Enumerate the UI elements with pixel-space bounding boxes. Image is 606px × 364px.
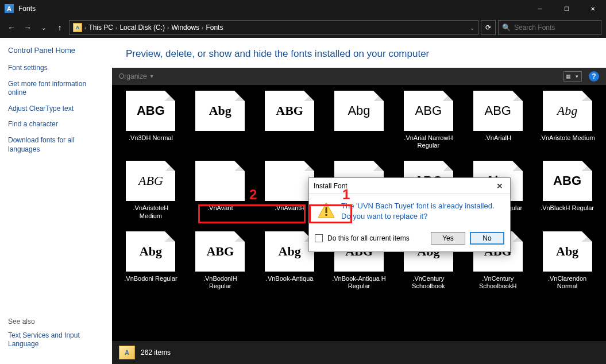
font-item[interactable]: ABG.VnArial NarrowH Regular <box>396 91 460 149</box>
titlebar: A Fonts ─ ☐ ✕ <box>0 0 606 17</box>
recent-button[interactable]: ⌄ <box>37 21 51 34</box>
folder-icon: A <box>73 23 82 32</box>
font-label: .VnAvantH <box>275 204 304 212</box>
search-input[interactable] <box>514 24 597 32</box>
font-thumbnail: ABG <box>126 161 175 201</box>
window-title: Fonts <box>18 5 36 13</box>
view-toggle[interactable]: ▦▾ <box>563 71 582 82</box>
font-thumbnail: Abg <box>195 91 245 131</box>
breadcrumb-item[interactable]: Fonts <box>206 24 223 32</box>
font-item[interactable]: ABG.VnBodoniH Regular <box>188 231 252 290</box>
font-label: .VnBlackH Regular <box>541 204 594 212</box>
chevron-right-icon: › <box>202 25 203 31</box>
organize-menu[interactable]: Organize <box>119 72 147 80</box>
font-item[interactable]: ABG <box>258 91 322 149</box>
chevron-down-icon: ▼ <box>149 73 155 79</box>
sidebar: Control Panel Home Font settings Get mor… <box>0 38 112 364</box>
app-icon: A <box>5 4 14 13</box>
font-label: .VnCentury Schoolbook <box>400 275 457 290</box>
breadcrumb-item[interactable]: Windows <box>171 24 199 32</box>
back-button[interactable]: ← <box>5 21 18 34</box>
font-thumbnail: ABG <box>126 91 175 131</box>
font-item[interactable]: Abg <box>327 91 391 149</box>
main-panel: Preview, delete, or show and hide the fo… <box>112 38 606 364</box>
toolbar: Organize ▼ ▦▾ ? <box>112 68 606 85</box>
statusbar: A 262 items <box>112 341 606 364</box>
chevron-right-icon: › <box>167 25 169 31</box>
font-label: .VnArialH <box>484 134 511 142</box>
font-item[interactable]: .VnAvant <box>188 161 252 219</box>
annotation-label-2: 2 <box>249 187 257 203</box>
sidebar-link[interactable]: Get more font information online <box>8 80 104 98</box>
font-thumbnail: ABG <box>195 231 245 272</box>
font-item[interactable]: ABG.VnAristoteH Medium <box>119 161 183 219</box>
chevron-right-icon: › <box>84 25 86 31</box>
font-thumbnail: ABG <box>265 91 314 131</box>
font-label: .VnBook-Antiqua <box>266 275 314 282</box>
font-thumbnail: ABG <box>473 91 523 131</box>
sidebar-seealso-link[interactable]: Text Services and Input Language <box>8 331 104 349</box>
font-item[interactable]: Abg.VnClarendon Normal <box>535 231 599 290</box>
font-label: .VnAristoteH Medium <box>122 204 179 219</box>
font-thumbnail: Abg <box>126 231 175 272</box>
minimize-button[interactable]: ─ <box>527 0 553 17</box>
yes-button[interactable]: Yes <box>431 232 465 245</box>
font-thumbnail: Abg <box>543 231 592 272</box>
search-box[interactable]: 🔍 <box>498 20 601 35</box>
font-label: .VnAristote Medium <box>540 134 595 142</box>
dialog-close-button[interactable]: ✕ <box>494 180 505 192</box>
font-label: .VnBook-Antiqua H Regular <box>330 275 388 290</box>
help-icon[interactable]: ? <box>589 71 599 82</box>
dialog-checkbox-label[interactable]: Do this for all current items <box>327 234 410 242</box>
maximize-button[interactable]: ☐ <box>553 0 580 17</box>
font-item[interactable]: ABG.VnBlackH Regular <box>535 161 599 219</box>
sidebar-link[interactable]: Font settings <box>8 64 104 73</box>
font-label: .VnArial NarrowH Regular <box>400 134 457 149</box>
chevron-down-icon[interactable]: ⌄ <box>470 25 474 31</box>
annotation-label-1: 1 <box>342 187 350 203</box>
refresh-button[interactable]: ⟳ <box>481 20 496 35</box>
dialog-message: The 'UVN Bach Tuyet' font is already ins… <box>341 201 502 222</box>
sidebar-link[interactable]: Adjust ClearType text <box>8 104 104 114</box>
breadcrumb-item[interactable]: This PC <box>88 24 113 32</box>
font-label: .VnBodoniH Regular <box>191 275 249 290</box>
sidebar-link[interactable]: Download fonts for all languages <box>8 136 104 154</box>
font-item[interactable]: ABG.Vn3DH Normal <box>119 91 183 149</box>
font-label: .VnAvant <box>207 204 233 212</box>
svg-rect-2 <box>326 214 327 216</box>
font-item[interactable]: ABG.VnArialH <box>466 91 530 149</box>
folder-icon: A <box>119 346 135 359</box>
chevron-right-icon: › <box>115 25 117 31</box>
status-count: 262 items <box>141 348 171 357</box>
up-button[interactable]: ↑ <box>53 21 67 34</box>
font-label: .Vn3DH Normal <box>129 134 173 142</box>
font-label: .VnCentury SchoolbookH <box>469 275 527 290</box>
sidebar-home-link[interactable]: Control Panel Home <box>8 46 104 55</box>
sidebar-link[interactable]: Find a character <box>8 120 104 129</box>
font-thumbnail: ABG <box>404 91 453 131</box>
navbar: ← → ⌄ ↑ A › This PC › Local Disk (C:) › … <box>0 17 606 38</box>
svg-rect-1 <box>326 207 327 213</box>
page-title: Preview, delete, or show and hide the fo… <box>112 38 606 68</box>
font-thumbnail: Abg <box>543 91 592 131</box>
search-icon: 🔍 <box>502 24 511 32</box>
font-item[interactable]: Abg.VnBodoni Regular <box>119 231 183 290</box>
breadcrumb-item[interactable]: Local Disk (C:) <box>119 24 165 32</box>
forward-button[interactable]: → <box>21 21 34 34</box>
dialog-checkbox[interactable] <box>315 234 323 242</box>
close-button[interactable]: ✕ <box>580 0 606 17</box>
font-thumbnail: Abg <box>334 91 384 131</box>
font-item[interactable]: Abg.VnAristote Medium <box>535 91 599 149</box>
install-font-dialog: Install Font ✕ The 'UVN Bach Tuyet' font… <box>308 177 511 252</box>
font-item[interactable]: Abg <box>188 91 252 149</box>
breadcrumb[interactable]: A › This PC › Local Disk (C:) › Windows … <box>69 20 478 35</box>
font-thumbnail: Abg <box>265 231 314 272</box>
no-button[interactable]: No <box>470 232 504 245</box>
font-thumbnail: ABG <box>543 161 592 201</box>
warning-icon <box>317 201 335 219</box>
font-thumbnail <box>265 161 314 201</box>
font-label: .VnClarendon Normal <box>539 275 596 290</box>
font-label: .VnBodoni Regular <box>124 275 177 282</box>
sidebar-seealso-head: See also <box>8 317 104 326</box>
font-thumbnail <box>195 161 245 201</box>
